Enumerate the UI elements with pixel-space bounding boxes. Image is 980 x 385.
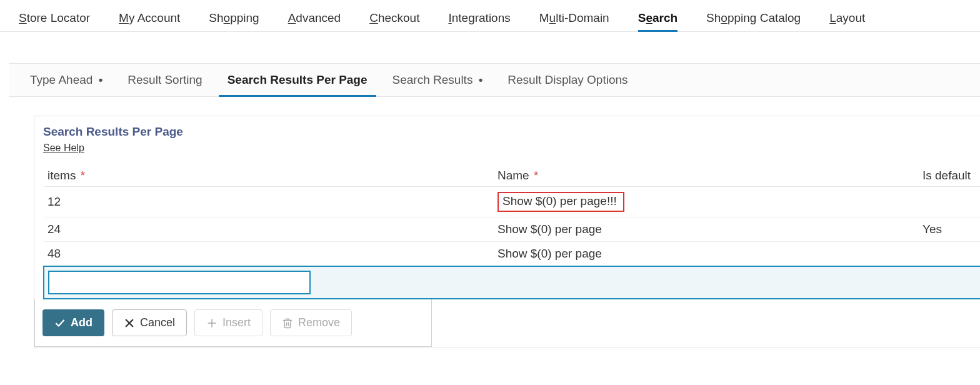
insert-button-label: Insert — [222, 316, 251, 329]
check-icon — [54, 318, 66, 329]
add-button[interactable]: Add — [42, 309, 104, 336]
topnav-item-8[interactable]: Shopping Catalog — [695, 5, 812, 31]
topnav-item-accesskey: o — [224, 11, 231, 24]
remove-button[interactable]: Remove — [270, 309, 352, 336]
subtab-0[interactable]: Type Ahead • — [21, 64, 111, 96]
subtab-label: Search Results — [392, 73, 473, 86]
subtab-label: Result Display Options — [508, 73, 628, 86]
see-help-link[interactable]: See Help — [43, 142, 84, 154]
col-header-name-label: Name — [498, 169, 529, 182]
topnav-item-post: lti-Domain — [556, 11, 609, 24]
add-button-label: Add — [71, 316, 92, 329]
topnav-item-pre: S — [638, 11, 646, 24]
topnav-item-pre: Sh — [706, 11, 721, 24]
topnav-item-accesskey: M — [119, 11, 129, 24]
col-header-items-label: items — [48, 169, 76, 182]
topnav-item-2[interactable]: Shopping — [198, 5, 270, 31]
cell-items[interactable]: 24 — [44, 218, 494, 242]
insert-button[interactable]: Insert — [194, 309, 262, 336]
topnav-item-4[interactable]: Checkout — [358, 5, 431, 31]
topnav-item-9[interactable]: Layout — [818, 5, 876, 31]
topnav-item-accesskey: e — [646, 11, 652, 24]
col-header-name: Name * — [494, 165, 919, 187]
topnav-item-post: pping — [230, 11, 259, 24]
topnav-item-post: tore Locator — [27, 11, 90, 24]
topnav-item-accesskey: L — [829, 11, 836, 24]
topnav-item-accesskey: S — [19, 11, 27, 24]
topnav-item-accesskey: A — [288, 11, 296, 24]
cancel-button[interactable]: Cancel — [112, 309, 187, 336]
col-header-is-default-label: Is default — [922, 169, 971, 182]
topnav-item-post: arch — [652, 11, 678, 24]
new-row-cell — [44, 266, 980, 299]
subtab-2[interactable]: Search Results Per Page — [219, 64, 376, 96]
cell-is-default[interactable] — [919, 242, 980, 267]
topnav-item-accesskey: u — [549, 11, 556, 24]
subtab-label: Search Results Per Page — [228, 73, 368, 86]
subtab-3[interactable]: Search Results • — [384, 64, 492, 96]
cancel-button-label: Cancel — [140, 316, 175, 329]
col-header-is-default: Is default — [919, 165, 980, 187]
table-header-row: items * Name * Is default — [44, 165, 980, 187]
top-nav: Store LocatorMy AccountShoppingAdvancedC… — [0, 0, 980, 32]
topnav-item-5[interactable]: Integrations — [437, 5, 521, 31]
subtab-label: Type Ahead — [30, 73, 92, 86]
col-header-items: items * — [44, 165, 494, 187]
topnav-item-pre: M — [539, 11, 549, 24]
remove-button-label: Remove — [298, 316, 340, 329]
dot-indicator-icon: • — [475, 73, 482, 86]
cell-name[interactable]: Show $(0) per page!!! — [494, 187, 919, 218]
plus-icon — [206, 318, 218, 329]
table-body: 12Show $(0) per page!!!24Show $(0) per p… — [44, 187, 980, 299]
topnav-item-post: dvanced — [296, 11, 341, 24]
highlighted-name-box: Show $(0) per page!!! — [498, 192, 624, 212]
cell-items[interactable]: 48 — [44, 242, 494, 267]
topnav-item-7[interactable]: Search — [627, 5, 689, 31]
results-per-page-table: items * Name * Is default 12Show $(0) pe… — [43, 165, 980, 299]
topnav-item-1[interactable]: My Account — [108, 5, 191, 31]
new-items-input[interactable] — [48, 271, 311, 294]
subtab-4[interactable]: Result Display Options — [499, 64, 636, 96]
required-asterisk: * — [531, 169, 539, 182]
subtabs: Type Ahead •Result SortingSearch Results… — [9, 63, 980, 97]
table-row[interactable]: 48Show $(0) per page — [44, 242, 980, 267]
topnav-item-post: ayout — [836, 11, 865, 24]
required-asterisk: * — [77, 169, 85, 182]
action-bar: Add Cancel Insert Remove — [34, 299, 432, 347]
cell-items[interactable]: 12 — [44, 187, 494, 218]
topnav-item-post: ntegrations — [452, 11, 511, 24]
topnav-item-pre: Sh — [209, 11, 223, 24]
section-search-results-per-page: Search Results Per Page See Help items *… — [34, 116, 980, 348]
topnav-item-accesskey: o — [721, 11, 728, 24]
topnav-item-3[interactable]: Advanced — [277, 5, 352, 31]
table-row[interactable]: 24Show $(0) per pageYes — [44, 218, 980, 242]
topnav-item-0[interactable]: Store Locator — [8, 5, 101, 31]
trash-icon — [282, 318, 293, 329]
topnav-item-post: y Account — [129, 11, 180, 24]
cell-is-default[interactable] — [919, 187, 980, 218]
subtabs-container: Type Ahead •Result SortingSearch Results… — [9, 63, 980, 348]
cell-name[interactable]: Show $(0) per page — [494, 218, 919, 242]
cell-name[interactable]: Show $(0) per page — [494, 242, 919, 267]
topnav-item-6[interactable]: Multi-Domain — [528, 5, 621, 31]
topnav-item-post: pping Catalog — [728, 11, 801, 24]
section-title: Search Results Per Page — [43, 125, 980, 140]
table-row[interactable]: 12Show $(0) per page!!! — [44, 187, 980, 218]
topnav-item-accesskey: C — [369, 11, 378, 24]
new-row — [44, 266, 980, 299]
dot-indicator-icon: • — [95, 73, 102, 86]
topnav-item-post: heckout — [378, 11, 420, 24]
close-icon — [124, 318, 135, 329]
subtab-label: Result Sorting — [128, 73, 202, 86]
section-inner: Search Results Per Page See Help items *… — [34, 116, 980, 299]
cell-is-default[interactable]: Yes — [919, 218, 980, 242]
subtab-1[interactable]: Result Sorting — [119, 64, 211, 96]
